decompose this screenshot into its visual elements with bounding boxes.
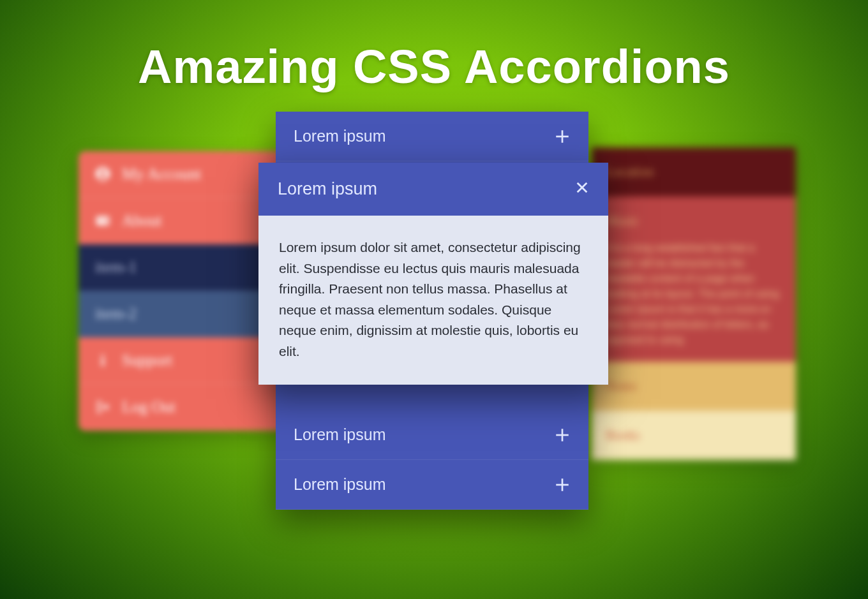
sidebar-item-label: About (122, 212, 162, 230)
close-icon[interactable] (575, 179, 589, 199)
svg-point-3 (99, 219, 101, 221)
right-item-location[interactable]: Location (592, 147, 796, 196)
sidebar-item-label: My Account (122, 165, 201, 183)
accordion-row-4[interactable]: Lorem ipsum (276, 460, 588, 510)
plus-icon (554, 128, 571, 145)
plus-icon (554, 427, 571, 443)
right-item-label: Music (606, 213, 640, 228)
right-accordion-panel: Location Music It is a long established … (592, 147, 796, 460)
right-item-books[interactable]: Books (592, 411, 796, 460)
accordion-row-label: Lorem ipsum (294, 425, 386, 444)
user-circle-icon (95, 166, 110, 182)
svg-point-1 (100, 170, 105, 175)
id-card-icon (95, 213, 110, 228)
accordion-row-3[interactable]: Lorem ipsum (276, 410, 588, 460)
accordion-row-1[interactable]: Lorem ipsum (276, 112, 588, 161)
svg-rect-4 (103, 219, 108, 220)
right-item-label: Notes (606, 378, 637, 394)
svg-point-6 (101, 355, 104, 357)
accordion-row-2[interactable]: Lorem ipsum (258, 163, 608, 216)
right-item-music[interactable]: Music (592, 196, 796, 238)
logout-icon (95, 399, 110, 415)
sidebar-item-label: Log Out (122, 398, 176, 416)
page-title: Amazing CSS Accordions (0, 0, 868, 94)
sidebar-item-label: item-2 (95, 305, 137, 323)
accordion-expanded-card: Lorem ipsum Lorem ipsum dolor sit amet, … (258, 163, 608, 385)
right-item-notes[interactable]: Notes (592, 362, 796, 411)
right-item-label: Location (606, 164, 654, 179)
sidebar-item-label: item-1 (95, 258, 137, 276)
accordion-body-text: Lorem ipsum dolor sit amet, consectetur … (258, 216, 608, 385)
svg-rect-5 (103, 221, 108, 223)
info-icon (95, 353, 110, 368)
accordion-row-label: Lorem ipsum (294, 127, 386, 145)
right-item-label: Books (606, 427, 640, 443)
plus-icon (554, 477, 571, 493)
sidebar-item-label: Support (122, 351, 172, 369)
stage: My Account About item-1 item-2 Support L… (0, 94, 868, 566)
svg-rect-2 (96, 216, 109, 225)
right-item-body: It is a long established fact that a rea… (592, 238, 796, 362)
accordion-row-label: Lorem ipsum (294, 475, 386, 494)
sidebar-item-logout[interactable]: Log Out (79, 384, 296, 431)
svg-rect-7 (101, 359, 104, 366)
accordion-row-label: Lorem ipsum (278, 179, 377, 199)
